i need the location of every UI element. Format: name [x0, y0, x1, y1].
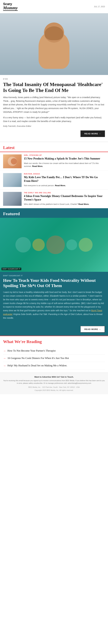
- list-item: → 16 Gorgeous No Cook Dinners For When I…: [3, 354, 105, 362]
- item-excerpt: Mark our words: the s'mores ice cream wi…: [24, 162, 105, 168]
- latest-items-list: GIRL, STOCKING UP 15 New Products Making…: [0, 152, 108, 208]
- reading-section: What We're Reading → How To Not Become Y…: [0, 336, 108, 372]
- featured-section: Featured DON'T SUGARCOAT IT DON'T SUGARC…: [0, 208, 108, 336]
- article-body-1: Alisa Kennedy Jones paints a chilling (a…: [3, 96, 105, 114]
- site-logo[interactable]: Scary Mommy: [3, 2, 18, 11]
- item-read-more-link[interactable]: Read More.: [78, 203, 89, 205]
- item-category: RUN RUN, DOGGO: [24, 173, 105, 175]
- item-content: GIRL, STOCKING UP 15 New Products Making…: [24, 154, 105, 168]
- featured-article-body: I want my kid to have a healthy relation…: [3, 290, 105, 320]
- featured-section-title: Featured: [3, 211, 105, 216]
- list-item: → Help! My Husband Is Dead Set on Making…: [3, 362, 105, 370]
- list-item: THE EARLY '00S ARE CALLING 4 Ideas From …: [0, 190, 108, 208]
- logo-line2: Mommy: [3, 6, 18, 11]
- site-header: Scary Mommy JUL 17, 2023: [0, 0, 108, 13]
- item-category: GIRL, STOCKING UP: [24, 154, 105, 156]
- item-read-more-link[interactable]: Read More.: [55, 184, 66, 187]
- latest-section: Latest GIRL, STOCKING UP 15 New Products…: [0, 142, 108, 208]
- item-image-pet: [3, 173, 22, 187]
- arrow-icon: →: [3, 364, 6, 368]
- featured-image: DON'T SUGARCOAT IT: [0, 218, 108, 272]
- item-excerpt-text: Not everyone is an animal person.: [24, 184, 54, 187]
- logo-line1: Scary: [3, 2, 12, 6]
- featured-header: Featured: [0, 208, 108, 218]
- latest-section-header: Latest: [0, 142, 108, 152]
- footer-cta-title: Want to Advertise With Us? Get in Touch.: [3, 376, 105, 378]
- main-article: D'OH The Total Insanity Of Menopausal 'H…: [0, 75, 108, 142]
- latest-section-title: Latest: [3, 145, 105, 150]
- footer-company-line1: BDG Media, Inc. · 315 Park Ave. South · …: [3, 386, 105, 388]
- reading-item-title[interactable]: 16 Gorgeous No Cook Dinners For When It'…: [8, 356, 69, 360]
- item-image-disney: [3, 192, 22, 206]
- featured-category: DON'T SUGARCOAT IT: [3, 275, 105, 276]
- footer-body-text: You're receiving this email because you …: [3, 380, 105, 384]
- featured-read-more-button[interactable]: READ MORE: [80, 326, 105, 332]
- item-content: RUN RUN, DOGGO My Kids Love The Family P…: [24, 173, 105, 187]
- item-category: THE EARLY '00S ARE CALLING: [24, 192, 105, 194]
- featured-article-title: How To Teach Your Kids Food Neutrality W…: [3, 278, 105, 288]
- reading-item-title[interactable]: Help! My Husband Is Dead Set on Making M…: [8, 364, 67, 367]
- article-title: The Total Insanity Of Menopausal 'Health…: [3, 82, 105, 93]
- read-more-button[interactable]: READ MORE: [80, 130, 105, 137]
- item-title: My Kids Love The Family Pet… I Don't. Wh…: [24, 176, 105, 183]
- arrow-icon: →: [3, 350, 6, 352]
- item-excerpt: Who didn't dream of the platform bed in …: [24, 203, 105, 206]
- footer-body: You're receiving this email because you …: [3, 379, 105, 384]
- item-title: 15 New Products Making a Splash At Trade…: [24, 157, 105, 160]
- list-item: RUN RUN, DOGGO My Kids Love The Family P…: [0, 171, 108, 190]
- item-title: 4 Ideas From Nostalgic Disney Channel Be…: [24, 194, 105, 202]
- item-excerpt-text: Who didn't dream of the platform bed in …: [24, 203, 78, 205]
- reading-section-title: What We're Reading: [3, 339, 105, 344]
- featured-content: DON'T SUGARCOAT IT How To Teach Your Kid…: [0, 272, 108, 325]
- item-read-more-link[interactable]: Read More.: [32, 165, 43, 167]
- footer-company-line2: Copyright 2023 BDG Media, Inc. All right…: [3, 389, 105, 391]
- hero-image: [0, 13, 108, 75]
- article-body-2: It's a very funny story — but she's got …: [3, 116, 105, 123]
- arrow-icon: →: [3, 357, 6, 360]
- item-excerpt: Not everyone is an animal person. Read M…: [24, 184, 105, 187]
- header-date: JUL 17, 2023: [94, 6, 105, 8]
- item-content: THE EARLY '00S ARE CALLING 4 Ideas From …: [24, 192, 105, 206]
- list-item: → How To Not Become Your Partner's Thera…: [3, 347, 105, 354]
- reading-item-title[interactable]: How To Not Become Your Partner's Therapi…: [8, 349, 56, 352]
- item-image-food: [3, 154, 22, 168]
- featured-image-tag: DON'T SUGARCOAT IT: [2, 268, 21, 270]
- article-author: Kelly Faircloth, Executive Editor: [3, 125, 105, 127]
- email-footer: Want to Advertise With Us? Get in Touch.…: [0, 372, 108, 394]
- list-item: GIRL, STOCKING UP 15 New Products Making…: [0, 152, 108, 171]
- article-tag: D'OH: [3, 78, 105, 80]
